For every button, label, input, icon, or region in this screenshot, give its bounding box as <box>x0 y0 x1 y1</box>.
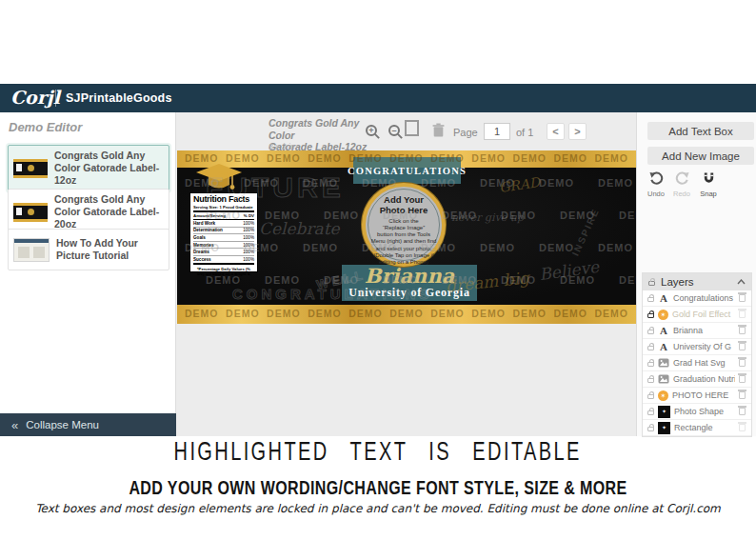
image-layer-icon <box>658 374 669 384</box>
page: Corjl SJPrintableGoods Demo Editor Congr… <box>0 0 756 540</box>
photo-instruction: “Replace Image” <box>366 225 442 231</box>
layer-row-congratulations[interactable]: A Congratulations <box>643 290 751 307</box>
document-toolbar: Congrats Gold Any Color Gatorade Label-1… <box>177 112 636 150</box>
caption-highlighted-editable: HIGHLIGHTED TEXT IS EDITABLE <box>0 437 756 465</box>
layer-row-nutrition[interactable]: Graduation Nutriti... <box>643 371 751 388</box>
name-text: Brianna <box>342 266 477 286</box>
photo-placeholder[interactable]: Add Your Photo Here Click on the “Replac… <box>362 183 446 267</box>
delete-icon[interactable] <box>432 123 445 141</box>
congratulations-textbox[interactable]: CONGRATULATIONS <box>353 157 461 184</box>
delete-layer-icon[interactable] <box>739 343 746 350</box>
layer-row-photo-shape[interactable]: ✦ Photo Shape <box>643 404 751 420</box>
add-new-image-button[interactable]: Add New Image <box>647 147 754 165</box>
nutrition-serving: Serving Size: 1 Proud Graduate <box>193 204 254 212</box>
page-number-input[interactable] <box>484 123 510 140</box>
photo-instruction: Click on the <box>366 218 442 225</box>
next-page-button[interactable]: > <box>568 123 587 140</box>
editor-app: Demo Editor Congrats Gold Any Color Gato… <box>0 112 756 436</box>
previous-page-button[interactable]: < <box>547 123 565 140</box>
unlock-icon[interactable] <box>647 378 654 383</box>
sidebar-item-tutorial[interactable]: How To Add Your Picture Tutorial <box>8 229 169 270</box>
store-name: SJPrintableGoods <box>66 91 172 105</box>
logo-divider <box>55 90 56 107</box>
layer-row-university[interactable]: A University Of G <box>643 339 751 355</box>
sidebar-item-label: Congrats Gold Any Color Gatorade Label-2… <box>54 193 164 230</box>
nutrition-facts-label: Nutrition Facts Serving Size: 1 Proud Gr… <box>189 192 258 272</box>
lock-icon[interactable] <box>647 313 654 318</box>
unlock-icon[interactable] <box>647 330 654 334</box>
nutrition-footnote: *Percentage Daily Values (% DV) are base… <box>193 267 254 282</box>
photo-instruction: editing on a Phone) <box>366 259 442 266</box>
delete-layer-icon[interactable] <box>739 424 746 431</box>
tutorial-thumbnail <box>13 238 50 262</box>
add-text-box-button[interactable]: Add Text Box <box>647 122 754 140</box>
layers-panel: Layers A Congratulations ✶ Gold Foil Eff… <box>642 272 752 437</box>
unlock-icon[interactable] <box>647 362 654 367</box>
unlock-icon[interactable] <box>647 427 654 431</box>
zoom-in-icon[interactable]: + <box>366 125 377 136</box>
nutrition-row: Determination100% <box>193 228 254 235</box>
layer-row-brianna[interactable]: A Brianna <box>643 323 751 339</box>
delete-layer-icon[interactable] <box>739 294 746 302</box>
shape-layer-icon: ✶ <box>658 310 668 320</box>
corjl-logo[interactable]: Corjl <box>10 87 60 108</box>
image-layer-icon <box>658 358 669 368</box>
delete-layer-icon[interactable] <box>739 375 746 383</box>
chevron-up-icon <box>737 279 746 285</box>
nutrition-row: Hard Work100% <box>193 220 254 228</box>
gold-band-bottom <box>177 305 636 324</box>
magnet-icon <box>702 171 716 185</box>
nutrition-row: Dreams100% <box>193 249 254 256</box>
nutrition-row: Memories100% <box>193 242 254 250</box>
photo-instruction: (Double Tap on Image if <box>366 252 442 259</box>
layers-header[interactable]: Layers <box>643 273 751 290</box>
unlock-icon[interactable] <box>647 297 654 302</box>
canvas-area: Congrats Gold Any Color Gatorade Label-1… <box>177 112 636 436</box>
collapse-menu-label: Collapse Menu <box>26 419 99 430</box>
layer-row-grad-hat[interactable]: Grad Hat Svg <box>643 355 751 371</box>
collapse-menu-button[interactable]: « Collapse Menu <box>0 413 176 436</box>
sidebar-item-label-12oz[interactable]: Congrats Gold Any Color Gatorade Label-1… <box>8 145 169 191</box>
unlock-icon[interactable] <box>647 410 654 415</box>
photo-title: Photo Here <box>366 206 442 216</box>
redo-icon <box>675 171 689 185</box>
layer-row-gold-foil[interactable]: ✶ Gold Foil Effect <box>643 307 751 323</box>
undo-icon <box>649 171 664 185</box>
delete-layer-icon[interactable] <box>739 327 746 334</box>
delete-layer-icon[interactable] <box>739 391 746 399</box>
caption-add-wording: ADD YOUR OWN WORDING/CHANGE FONT STYLE, … <box>0 477 756 499</box>
delete-layer-icon[interactable] <box>739 359 746 367</box>
layer-row-photo-here[interactable]: ✶ PHOTO HERE <box>643 388 751 404</box>
delete-layer-icon[interactable] <box>739 310 746 318</box>
unlock-icon[interactable] <box>647 394 654 399</box>
congratulations-text: CONGRATULATIONS <box>348 166 467 176</box>
label-thumbnail <box>13 159 48 178</box>
nutrition-row: Success100% <box>193 256 254 265</box>
zoom-out-icon[interactable]: – <box>388 125 400 136</box>
text-layer-icon: A <box>658 292 669 304</box>
header-bar: Corjl SJPrintableGoods <box>0 84 756 112</box>
text-layer-icon: A <box>658 325 669 336</box>
unlock-icon[interactable] <box>647 346 654 350</box>
duplicate-icon[interactable] <box>408 124 419 136</box>
sidebar-item-label: Congrats Gold Any Color Gatorade Label-1… <box>54 150 164 187</box>
lock-icon <box>648 281 655 286</box>
name-textbox[interactable]: Brianna University of Georgia <box>342 265 477 301</box>
sidebar: Demo Editor Congrats Gold Any Color Gato… <box>0 112 176 436</box>
photo-instruction: and select your photo. <box>366 246 442 252</box>
history-tools: Undo Redo Snap <box>637 171 756 206</box>
demo-editor-title: Demo Editor <box>9 120 82 134</box>
layer-row-rectangle[interactable]: ✦ Rectangle <box>643 420 751 436</box>
thumbnail-layer-icon: ✦ <box>658 422 670 434</box>
sidebar-item-label: How To Add Your Picture Tutorial <box>56 237 164 262</box>
text-layer-icon: A <box>658 341 669 352</box>
graduation-cap-icon <box>194 162 244 196</box>
nutrition-row: Goals100% <box>193 234 254 242</box>
undo-button[interactable]: Undo <box>644 171 668 198</box>
layers-title: Layers <box>661 276 731 288</box>
caption-locked-note: Text boxes and most design elements are … <box>0 502 756 515</box>
school-text: University of Georgia <box>342 286 477 300</box>
redo-button[interactable]: Redo <box>669 171 694 198</box>
snap-button[interactable]: Snap <box>696 171 721 198</box>
delete-layer-icon[interactable] <box>739 408 746 415</box>
